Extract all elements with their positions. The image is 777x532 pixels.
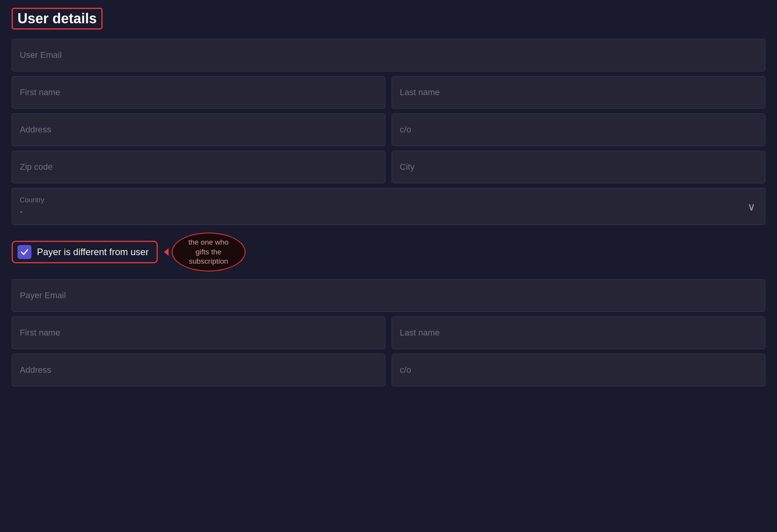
user-zip-city-row: [12, 151, 765, 183]
user-address-wrapper: [12, 113, 385, 146]
user-city-field[interactable]: [392, 151, 765, 183]
user-email-field[interactable]: [12, 39, 765, 71]
payer-address-field[interactable]: [12, 354, 385, 386]
payer-tooltip-text: the one who gifts the subscription: [172, 233, 246, 271]
checkmark-icon: [20, 248, 29, 256]
payer-address-input[interactable]: [20, 365, 377, 375]
country-value: -: [20, 207, 757, 217]
user-name-row: [12, 76, 765, 109]
payer-co-wrapper: [392, 354, 765, 386]
user-last-name-input[interactable]: [400, 87, 757, 97]
user-co-wrapper: [392, 113, 765, 146]
payer-tooltip: the one who gifts the subscription: [172, 233, 246, 271]
payer-checkbox-outline: Payer is different from user: [12, 241, 158, 263]
payer-first-name-field[interactable]: [12, 316, 385, 349]
payer-name-row: [12, 316, 765, 349]
payer-address-row: [12, 354, 765, 386]
user-email-input[interactable]: [20, 50, 757, 60]
user-address-field[interactable]: [12, 113, 385, 146]
page-title: User details: [12, 8, 103, 30]
user-first-name-input[interactable]: [20, 87, 377, 97]
user-city-wrapper: [392, 151, 765, 183]
user-first-name-wrapper: [12, 76, 385, 109]
user-zip-field[interactable]: [12, 151, 385, 183]
payer-last-name-wrapper: [392, 316, 765, 349]
chevron-down-icon: ∨: [747, 200, 756, 213]
payer-checkbox-row: Payer is different from user the one who…: [12, 233, 765, 271]
payer-last-name-field[interactable]: [392, 316, 765, 349]
payer-email-row: [12, 279, 765, 312]
payer-last-name-input[interactable]: [400, 328, 757, 338]
user-zip-wrapper: [12, 151, 385, 183]
payer-first-name-wrapper: [12, 316, 385, 349]
user-first-name-field[interactable]: [12, 76, 385, 109]
user-city-input[interactable]: [400, 162, 757, 172]
user-zip-input[interactable]: [20, 162, 377, 172]
country-label: Country: [20, 196, 757, 204]
user-co-input[interactable]: [400, 125, 757, 135]
payer-address-wrapper: [12, 354, 385, 386]
user-address-row: [12, 113, 765, 146]
user-last-name-wrapper: [392, 76, 765, 109]
payer-email-field[interactable]: [12, 279, 765, 312]
user-co-field[interactable]: [392, 113, 765, 146]
payer-co-input[interactable]: [400, 365, 757, 375]
user-email-row: [12, 39, 765, 71]
user-last-name-field[interactable]: [392, 76, 765, 109]
payer-co-field[interactable]: [392, 354, 765, 386]
user-address-input[interactable]: [20, 125, 377, 135]
payer-email-input[interactable]: [20, 290, 757, 301]
user-country-field[interactable]: Country - ∨: [12, 188, 765, 225]
payer-first-name-input[interactable]: [20, 328, 377, 338]
payer-checkbox-label: Payer is different from user: [37, 247, 149, 257]
payer-different-checkbox[interactable]: [17, 245, 31, 259]
